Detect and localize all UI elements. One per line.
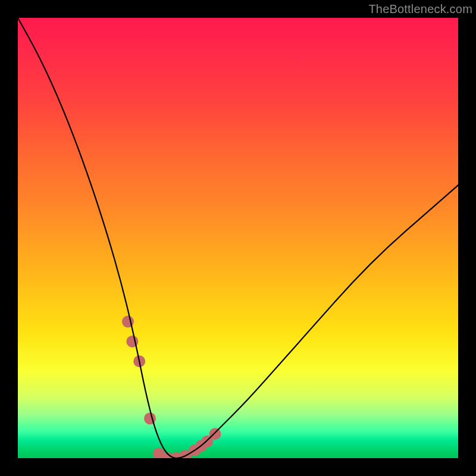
marker-dot bbox=[209, 428, 221, 440]
markers-layer bbox=[122, 316, 221, 458]
outer-frame: TheBottleneck.com bbox=[0, 0, 476, 476]
watermark-text: TheBottleneck.com bbox=[368, 2, 472, 16]
plot-area bbox=[18, 18, 458, 458]
curve-svg bbox=[18, 18, 458, 458]
bottleneck-curve bbox=[18, 18, 458, 458]
